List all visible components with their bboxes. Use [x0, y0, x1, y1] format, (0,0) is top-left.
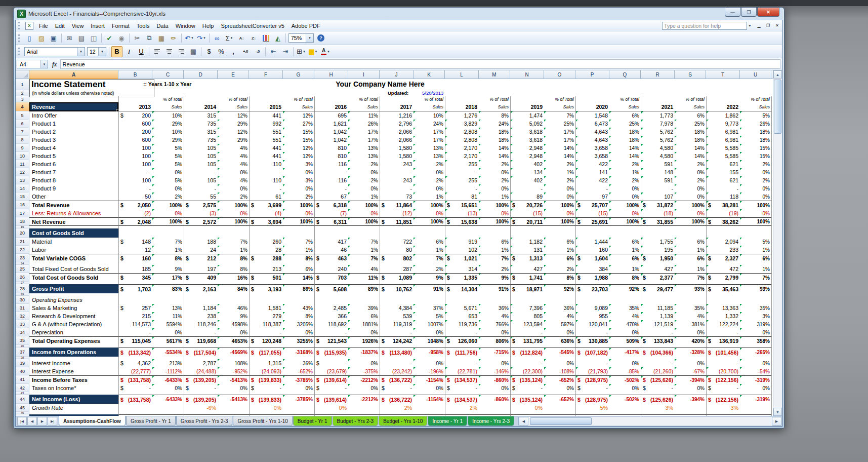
- cell-R33[interactable]: 121,519: [641, 320, 675, 328]
- cell-E11[interactable]: 4%: [218, 160, 249, 168]
- cell-C11[interactable]: 5%: [152, 160, 184, 168]
- cell-E44[interactable]: -5413%: [218, 395, 249, 404]
- print-icon[interactable]: ▤: [76, 32, 87, 44]
- cell-T34[interactable]: -: [706, 328, 740, 336]
- cell-B22[interactable]: 12: [118, 246, 152, 254]
- cell-S3[interactable]: % of Total: [675, 96, 706, 102]
- cell-N9[interactable]: 2,948: [510, 144, 544, 152]
- cell-K7[interactable]: 17%: [414, 128, 445, 136]
- cut-icon[interactable]: ✂: [132, 32, 143, 44]
- cell-M10[interactable]: 14%: [479, 152, 510, 160]
- cell-Q14[interactable]: 0%: [609, 184, 641, 192]
- cell-I37[interactable]: -1837%: [348, 348, 380, 357]
- cell-S23[interactable]: 6%: [675, 254, 706, 262]
- cell-C42[interactable]: 0%: [152, 384, 184, 392]
- cell-P20[interactable]: [575, 228, 609, 238]
- cell-R3[interactable]: [641, 96, 675, 102]
- cell-O39[interactable]: 0%: [544, 359, 575, 367]
- cell-K17[interactable]: 0%: [414, 209, 445, 217]
- cell-L21[interactable]: 919: [445, 238, 479, 246]
- cell-F12[interactable]: -: [249, 168, 283, 176]
- column-header-H[interactable]: H: [314, 70, 348, 79]
- cell-U9[interactable]: 15%: [740, 144, 771, 152]
- cell-O41[interactable]: -652%: [544, 375, 575, 384]
- cell-A39[interactable]: Interest Income: [29, 359, 118, 367]
- row-header-7[interactable]: 7: [16, 128, 29, 136]
- cell-J10[interactable]: 1,580: [380, 152, 414, 160]
- cell-M20[interactable]: [479, 228, 510, 238]
- cell-R30[interactable]: [641, 296, 675, 304]
- cell-D6[interactable]: 735: [184, 120, 218, 128]
- cell-R13[interactable]: 591: [641, 176, 675, 184]
- menu-file[interactable]: File: [35, 22, 52, 30]
- cell-C32[interactable]: 11%: [152, 312, 184, 320]
- cell-B26[interactable]: $345: [118, 273, 152, 282]
- dropdown-icon[interactable]: ▼: [98, 48, 106, 56]
- cell-F18[interactable]: $3,694: [249, 217, 283, 226]
- cell-N10[interactable]: 2,948: [510, 152, 544, 160]
- cell-Q23[interactable]: 6%: [609, 254, 641, 262]
- cell-M6[interactable]: 24%: [479, 120, 510, 128]
- cell-K40[interactable]: -196%: [414, 367, 445, 375]
- cell-N17[interactable]: (15): [510, 209, 544, 217]
- cell-N35[interactable]: $131,795: [510, 336, 544, 345]
- cell-F39[interactable]: 1,315: [249, 359, 283, 367]
- cell-G7[interactable]: 15%: [283, 128, 314, 136]
- cell-G6[interactable]: 27%: [283, 120, 314, 128]
- cell-I22[interactable]: 1%: [348, 246, 380, 254]
- cell-J21[interactable]: 722: [380, 238, 414, 246]
- menu-window[interactable]: Window: [172, 22, 199, 30]
- row-header-14[interactable]: 14: [16, 184, 29, 192]
- cell-S47[interactable]: [675, 414, 706, 416]
- cell-C34[interactable]: 0%: [152, 328, 184, 336]
- cell-G9[interactable]: 12%: [283, 144, 314, 152]
- cell-F26[interactable]: $501: [249, 273, 283, 282]
- cell-E41[interactable]: -5413%: [218, 375, 249, 384]
- cell-G15[interactable]: 2%: [283, 192, 314, 201]
- column-header-K[interactable]: K: [414, 70, 445, 79]
- cell-K18[interactable]: 100%: [414, 217, 445, 226]
- cell-D47[interactable]: $(117,504): [184, 414, 218, 416]
- cell-G32[interactable]: 8%: [283, 312, 314, 320]
- sort-descending-icon[interactable]: Z↓: [248, 32, 259, 44]
- cell-S28[interactable]: 93%: [675, 284, 706, 293]
- cell-O44[interactable]: -652%: [544, 395, 575, 404]
- cell-F40[interactable]: (24,093): [249, 367, 283, 375]
- cell-S7[interactable]: 18%: [675, 128, 706, 136]
- row-header-12[interactable]: 12: [16, 168, 29, 176]
- borders-button[interactable]: ⊞▼: [296, 46, 307, 57]
- cell-F13[interactable]: 110: [249, 176, 283, 184]
- cell-L4[interactable]: 2018: [445, 102, 479, 111]
- row-header-42[interactable]: 42: [16, 384, 29, 392]
- dropdown-icon[interactable]: ▼: [230, 36, 233, 40]
- cell-M14[interactable]: 0%: [479, 184, 510, 192]
- cell-P18[interactable]: $25,691: [575, 217, 609, 226]
- menu-spreadsheetconverter-v5[interactable]: SpreadsheetConverter v5: [217, 22, 287, 30]
- cell-F28[interactable]: $3,193: [249, 284, 283, 293]
- row-header-3[interactable]: 3: [16, 96, 29, 102]
- cell-F11[interactable]: 110: [249, 160, 283, 168]
- cell-T21[interactable]: 2,094: [706, 238, 740, 246]
- menu-data[interactable]: Data: [153, 22, 172, 30]
- cell-C8[interactable]: 29%: [152, 136, 184, 144]
- cell-J31[interactable]: 4,384: [380, 304, 414, 312]
- cell-L13[interactable]: 255: [445, 176, 479, 184]
- cell-Q44[interactable]: -502%: [609, 395, 641, 404]
- cell-B33[interactable]: 114,573: [118, 320, 152, 328]
- cell-R12[interactable]: 148: [641, 168, 675, 176]
- cell-T9[interactable]: 5,585: [706, 144, 740, 152]
- cell-P41[interactable]: $(128,975): [575, 375, 609, 384]
- cell-E21[interactable]: 7%: [218, 238, 249, 246]
- cell-T26[interactable]: $2,799: [706, 273, 740, 282]
- row-header-2[interactable]: 2: [16, 90, 29, 96]
- cell-K32[interactable]: 5%: [414, 312, 445, 320]
- sheet-tab-budget-yrs-2-3[interactable]: Budget - Yrs 2-3: [333, 416, 379, 426]
- cell-G4[interactable]: Sales: [283, 102, 314, 111]
- cell-I28[interactable]: 89%: [348, 284, 380, 293]
- cell-B28[interactable]: $1,703: [118, 284, 152, 293]
- cell-B13[interactable]: 100: [118, 176, 152, 184]
- cell-J5[interactable]: 1,216: [380, 111, 414, 120]
- cell-K23[interactable]: 7%: [414, 254, 445, 262]
- cell-S22[interactable]: 1%: [675, 246, 706, 254]
- new-document-icon[interactable]: ▯: [24, 32, 35, 44]
